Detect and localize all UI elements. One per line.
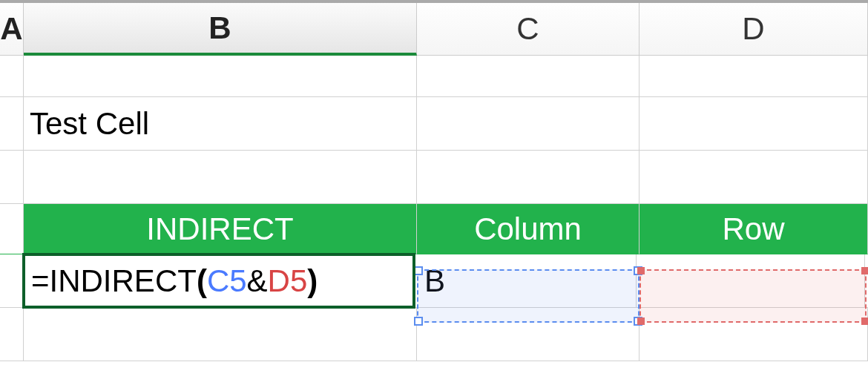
cell-a4[interactable]	[0, 204, 24, 254]
cell-a3[interactable]	[0, 151, 24, 203]
row-5: =INDIRECT(C5&D5) B	[0, 254, 868, 308]
cell-c2[interactable]	[417, 97, 640, 150]
cell-a1[interactable]	[0, 56, 24, 96]
header-column[interactable]: Column	[417, 204, 640, 254]
formula-open-paren: (	[197, 263, 207, 299]
col-header-a[interactable]: A	[0, 3, 24, 56]
cell-b2[interactable]: Test Cell	[24, 97, 417, 150]
spreadsheet-grid[interactable]: A B C D Test Cell INDIRECT Column Row	[0, 0, 868, 385]
row-2: Test Cell	[0, 97, 868, 151]
cell-a5[interactable]	[0, 254, 24, 307]
row-6	[0, 308, 868, 361]
cell-d1[interactable]	[640, 56, 868, 96]
cell-b1[interactable]	[24, 56, 417, 96]
cell-c6[interactable]	[417, 308, 640, 361]
column-headers-row: A B C D	[0, 0, 868, 56]
cell-a2[interactable]	[0, 97, 24, 150]
cell-b5-editing[interactable]: =INDIRECT(C5&D5)	[22, 253, 415, 309]
cell-d2[interactable]	[640, 97, 868, 150]
cell-c1[interactable]	[417, 56, 640, 96]
cell-a6[interactable]	[0, 308, 24, 361]
col-header-c[interactable]: C	[417, 3, 640, 56]
formula-editor[interactable]: =INDIRECT(C5&D5)	[31, 263, 318, 299]
cell-b6[interactable]	[24, 308, 417, 361]
formula-equals: =	[31, 263, 50, 299]
col-header-b[interactable]: B	[24, 3, 417, 56]
row-3	[0, 151, 868, 204]
header-row[interactable]: Row	[640, 204, 868, 254]
row-1	[0, 56, 868, 97]
formula-function-name: INDIRECT	[50, 263, 197, 299]
formula-ref-d5: D5	[268, 263, 308, 299]
cell-d5[interactable]	[637, 254, 865, 307]
cell-c3[interactable]	[417, 151, 640, 203]
row-4-headers: INDIRECT Column Row	[0, 204, 868, 254]
formula-close-paren: )	[307, 263, 318, 299]
cell-b3[interactable]	[24, 151, 417, 203]
cell-c5[interactable]: B	[414, 254, 637, 307]
header-indirect[interactable]: INDIRECT	[24, 204, 417, 254]
formula-ampersand: &	[247, 263, 268, 299]
col-header-d[interactable]: D	[640, 3, 868, 56]
formula-ref-c5: C5	[207, 263, 247, 299]
cell-d6[interactable]	[640, 308, 868, 361]
cell-d3[interactable]	[640, 151, 868, 203]
